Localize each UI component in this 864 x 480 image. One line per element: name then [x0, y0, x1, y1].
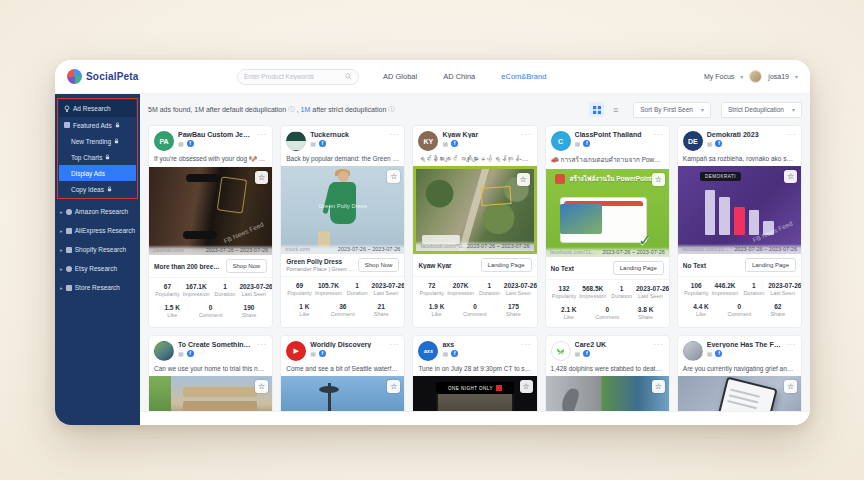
- ad-image[interactable]: FB News Feed ☆ pawbau.com 2023-07-26 ~ 2…: [149, 167, 272, 255]
- advertiser-name[interactable]: To Create Something Exceptio...: [178, 341, 253, 348]
- ad-image[interactable]: สร้างไฟล์งานใน PowerPoint ✓ ☆ facebook.c…: [546, 169, 669, 257]
- advertiser-avatar[interactable]: C: [551, 131, 571, 151]
- advertiser-name[interactable]: PawBau Custom Jewelry: [178, 131, 253, 138]
- ad-image[interactable]: ONE NIGHT ONLY ☆: [413, 376, 536, 411]
- nav-ad-china[interactable]: AD China: [443, 72, 475, 81]
- sidebar-item-amazon-research[interactable]: ▸ Amazon Research: [55, 202, 140, 221]
- ad-image[interactable]: ☆: [678, 376, 801, 411]
- ad-image[interactable]: ☆: [546, 376, 669, 411]
- advertiser-avatar[interactable]: [683, 341, 703, 361]
- ad-domain[interactable]: facebook.com/10...: [682, 246, 728, 252]
- sidebar-item-aliexpress-research[interactable]: ▸ AliExpress Research: [55, 221, 140, 240]
- ad-domain[interactable]: tnuck.com: [285, 246, 310, 252]
- facebook-icon: f: [187, 350, 194, 357]
- ad-image[interactable]: DEMOKRATI FB News Feed ☆ facebook.com/10…: [678, 166, 801, 254]
- ad-image[interactable]: SEATTLE WASHINGTON ☆: [281, 376, 404, 411]
- favorite-star-button[interactable]: ☆: [520, 380, 533, 393]
- lock-icon: [115, 122, 120, 128]
- ad-image[interactable]: ☆: [149, 376, 272, 411]
- info-icon[interactable]: ⓘ: [388, 105, 395, 114]
- stat-label: Last Seen: [768, 290, 797, 296]
- advertiser-name[interactable]: Demokrati 2023: [707, 131, 782, 138]
- advertiser-avatar[interactable]: DE: [683, 131, 703, 151]
- more-menu-button[interactable]: ···: [257, 131, 267, 138]
- advertiser-avatar[interactable]: PA: [154, 131, 174, 151]
- more-menu-button[interactable]: ···: [257, 341, 267, 348]
- grid-view-button[interactable]: [589, 102, 604, 117]
- more-menu-button[interactable]: ···: [786, 131, 796, 138]
- ad-domain[interactable]: pawbau.com: [153, 247, 184, 253]
- more-menu-button[interactable]: ···: [654, 341, 664, 348]
- favorite-star-button[interactable]: ☆: [387, 170, 400, 183]
- nav-ad-global[interactable]: AD Global: [383, 72, 417, 81]
- ad-domain[interactable]: facebook.com/*G...: [420, 243, 467, 249]
- ad-image[interactable]: Green Polly Dress ☆ tnuck.com 2023-07-26…: [281, 166, 404, 254]
- sidebar-item-display-ads[interactable]: Display Ads: [59, 165, 136, 181]
- user-avatar[interactable]: [749, 70, 762, 83]
- advertiser-avatar[interactable]: [154, 341, 174, 361]
- favorite-star-button[interactable]: ☆: [784, 380, 797, 393]
- nav-ecom-brand[interactable]: eCom&Brand: [501, 72, 546, 81]
- sidebar-item-copy-ideas[interactable]: Copy Ideas: [59, 181, 136, 197]
- favorite-star-button[interactable]: ☆: [652, 173, 665, 186]
- more-menu-button[interactable]: ···: [522, 131, 532, 138]
- more-menu-button[interactable]: ···: [654, 131, 664, 138]
- sidebar-item-new-trending[interactable]: New Trending: [59, 133, 136, 149]
- ad-domain[interactable]: facebook.com/11...: [550, 249, 596, 255]
- ad-image[interactable]: ☆ facebook.com/*G... 2023-07-26 ~ 2023-0…: [413, 166, 536, 254]
- dedup-count-link[interactable]: 1M: [301, 106, 311, 113]
- stat-value: 4.4 K: [682, 303, 720, 310]
- summary-separator: ,: [297, 106, 299, 113]
- ad-date-range: 2023-07-26 ~ 2023-07-26: [338, 246, 401, 252]
- more-menu-button[interactable]: ···: [389, 131, 399, 138]
- favorite-star-button[interactable]: ☆: [517, 173, 530, 186]
- shop-now-button[interactable]: Shop Now: [358, 258, 400, 272]
- advertiser-avatar[interactable]: ▶: [286, 341, 306, 361]
- favorite-star-button[interactable]: ☆: [255, 380, 268, 393]
- search-input[interactable]: [244, 73, 341, 80]
- landing-page-button[interactable]: Landing Page: [745, 258, 796, 272]
- my-focus-menu[interactable]: My Focus: [704, 73, 734, 80]
- advertiser-avatar[interactable]: [286, 131, 306, 151]
- advertiser-avatar[interactable]: KY: [418, 131, 438, 151]
- sort-by-dropdown[interactable]: Sort By First Seen ▾: [633, 102, 711, 118]
- landing-page-button[interactable]: Landing Page: [613, 261, 664, 275]
- advertiser-avatar[interactable]: axs: [418, 341, 438, 361]
- more-menu-button[interactable]: ···: [786, 341, 796, 348]
- stat-value: 1.5 K: [153, 304, 191, 311]
- sidebar-item-shopify-research[interactable]: ▸ Shopify Research: [55, 240, 140, 259]
- username-menu[interactable]: josa19: [768, 73, 789, 80]
- sidebar-item-ad-research[interactable]: Ad Research: [59, 100, 136, 117]
- ad-date-range: 2023-07-26 ~ 2023-07-26: [602, 249, 665, 255]
- landing-page-button[interactable]: Landing Page: [481, 258, 532, 272]
- brand-logo[interactable]: SocialPeta: [67, 69, 165, 84]
- deduplication-dropdown[interactable]: Strict Deduplication ▾: [721, 102, 802, 118]
- shop-now-button[interactable]: Shop Now: [226, 259, 268, 273]
- deduplication-label: Strict Deduplication: [728, 106, 784, 113]
- favorite-star-button[interactable]: ☆: [784, 170, 797, 183]
- more-menu-button[interactable]: ···: [522, 341, 532, 348]
- advertiser-name[interactable]: Everyone Has The Freedom To...: [707, 341, 782, 348]
- advertiser-name[interactable]: Care2 UK: [575, 341, 650, 348]
- advertiser-name[interactable]: Kyaw Kyar: [442, 131, 517, 138]
- product-search[interactable]: [237, 69, 359, 85]
- more-menu-button[interactable]: ···: [389, 341, 399, 348]
- advertiser-avatar[interactable]: [551, 341, 571, 361]
- sidebar-item-etsy-research[interactable]: ▸ Etsy Research: [55, 259, 140, 278]
- favorite-star-button[interactable]: ☆: [652, 380, 665, 393]
- favorite-star-button[interactable]: ☆: [387, 380, 400, 393]
- stat-value: 0: [720, 303, 758, 310]
- sidebar-item-featured-ads[interactable]: Featured Ads: [59, 117, 136, 133]
- advertiser-name[interactable]: Tuckernuck: [310, 131, 385, 138]
- info-icon[interactable]: ⓘ: [288, 105, 295, 114]
- stat-label: Duration: [607, 293, 636, 299]
- gallery-icon: ▦: [707, 141, 713, 147]
- advertiser-name[interactable]: axs: [442, 341, 517, 348]
- list-view-button[interactable]: ≡: [608, 102, 623, 117]
- advertiser-name[interactable]: ClassPoint Thailand: [575, 131, 650, 138]
- favorite-star-button[interactable]: ☆: [255, 171, 268, 184]
- sidebar-item-label: Top Charts: [71, 154, 102, 161]
- advertiser-name[interactable]: Worldly Discovery: [310, 341, 385, 348]
- sidebar-item-store-research[interactable]: ▸ Store Research: [55, 278, 140, 297]
- sidebar-item-top-charts[interactable]: Top Charts: [59, 149, 136, 165]
